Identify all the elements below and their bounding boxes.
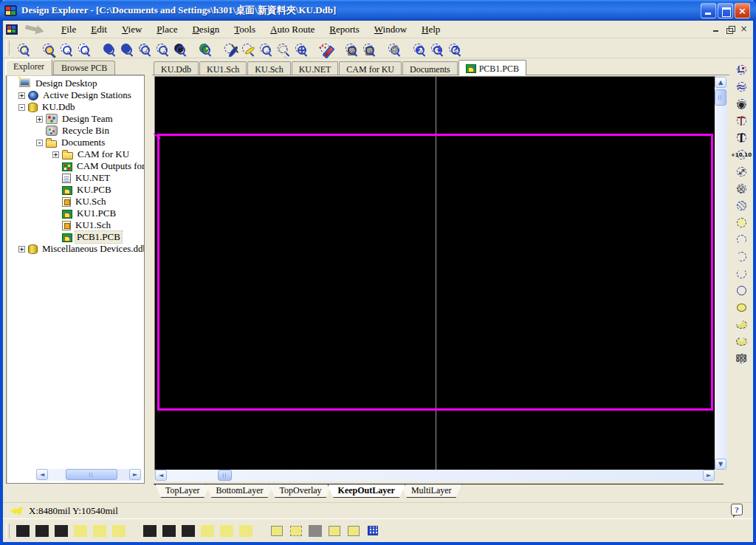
- toolbar-button[interactable]: [291, 40, 309, 57]
- toolbar-button[interactable]: [316, 40, 334, 57]
- placement-tool-button[interactable]: [732, 350, 751, 367]
- tree-horizontal-scrollbar[interactable]: ◄ ►: [36, 469, 141, 481]
- placement-tool-button[interactable]: [732, 265, 751, 282]
- mdi-close-button[interactable]: ×: [738, 24, 750, 35]
- toolbar-button[interactable]: [152, 40, 170, 57]
- placement-tool-button[interactable]: [732, 316, 751, 333]
- placement-tool-button[interactable]: [732, 197, 751, 214]
- scroll-left-icon[interactable]: ◄: [155, 470, 167, 481]
- mdi-restore-button[interactable]: [724, 24, 736, 35]
- tree-item[interactable]: Design Desktop: [7, 78, 144, 89]
- tree-toggle[interactable]: -: [36, 140, 43, 146]
- tree-item[interactable]: KU.PCB: [7, 184, 144, 196]
- tree-item[interactable]: CAM Outputs for KU: [7, 160, 144, 172]
- alignment-tool-button[interactable]: [267, 521, 286, 540]
- alignment-tool-button[interactable]: [179, 521, 198, 540]
- toolbar-button[interactable]: [238, 40, 255, 57]
- menu-item[interactable]: Place: [150, 22, 184, 37]
- panel-tab[interactable]: Browse PCB: [53, 61, 115, 75]
- scroll-left-icon[interactable]: ◄: [36, 469, 48, 480]
- scroll-down-icon[interactable]: ▼: [715, 459, 726, 470]
- menu-arrow-icon[interactable]: [24, 22, 45, 36]
- alignment-tool-button[interactable]: [71, 521, 90, 540]
- alignment-tool-button[interactable]: [217, 521, 236, 540]
- placement-tool-button[interactable]: [732, 78, 751, 95]
- layer-tab[interactable]: KeepOutLayer: [328, 484, 405, 498]
- document-tab[interactable]: KU1.Sch: [199, 61, 247, 75]
- scroll-right-icon[interactable]: ►: [129, 469, 141, 480]
- menu-item[interactable]: Reports: [323, 22, 365, 37]
- document-tab[interactable]: KU.Ddb: [154, 61, 199, 75]
- tree-toggle[interactable]: -: [18, 104, 25, 111]
- toolbar-button[interactable]: [117, 40, 134, 57]
- menu-item[interactable]: View: [115, 22, 148, 37]
- pcb-canvas[interactable]: [155, 77, 715, 470]
- maximize-button[interactable]: [718, 3, 733, 18]
- placement-tool-button[interactable]: [732, 282, 751, 299]
- tree-item[interactable]: PCB1.PCB: [7, 231, 144, 243]
- menu-item[interactable]: File: [55, 22, 83, 37]
- placement-tool-button[interactable]: [732, 299, 751, 316]
- menu-item[interactable]: Window: [368, 22, 413, 37]
- toolbar-button[interactable]: [427, 40, 444, 57]
- tree-item[interactable]: KU.NET: [7, 172, 144, 184]
- toolbar-button[interactable]: [359, 40, 377, 57]
- menu-item[interactable]: Help: [415, 22, 447, 37]
- alignment-tool-button[interactable]: [13, 521, 32, 540]
- alignment-tool-button[interactable]: [159, 521, 179, 540]
- alignment-tool-button[interactable]: [198, 521, 217, 540]
- tree-toggle[interactable]: +: [36, 116, 43, 123]
- close-button[interactable]: ×: [735, 3, 750, 18]
- menu-item[interactable]: Tools: [227, 22, 262, 37]
- tree-item[interactable]: KU1.PCB: [7, 208, 144, 219]
- alignment-tool-button[interactable]: [286, 521, 306, 540]
- document-tab[interactable]: KU.NET: [292, 61, 339, 75]
- alignment-tool-button[interactable]: [90, 521, 109, 540]
- tree-item[interactable]: - KU.Ddb: [7, 101, 144, 113]
- toolbar-button[interactable]: [38, 40, 56, 57]
- keepout-boundary[interactable]: [157, 134, 713, 411]
- app-icon[interactable]: [4, 5, 17, 16]
- scroll-up-icon[interactable]: ▲: [715, 77, 726, 88]
- toolbar-button[interactable]: [74, 40, 92, 57]
- alignment-tool-button[interactable]: [325, 521, 344, 540]
- placement-tool-button[interactable]: [732, 146, 751, 163]
- help-balloon-icon[interactable]: ?: [731, 504, 743, 515]
- scrollbar-thumb[interactable]: [218, 470, 232, 481]
- tree-item[interactable]: - Documents: [7, 137, 144, 148]
- toolbar-button[interactable]: [195, 40, 213, 57]
- tree-item[interactable]: + CAM for KU: [7, 148, 144, 160]
- placement-tool-button[interactable]: [732, 231, 751, 248]
- tree-item[interactable]: + Design Team: [7, 113, 144, 125]
- tree-item[interactable]: + Active Design Stations: [7, 89, 144, 101]
- tree-item[interactable]: + Miscellaneous Devices.ddb: [7, 243, 144, 255]
- mdi-minimize-button[interactable]: [709, 24, 722, 35]
- toolbar-button[interactable]: [384, 40, 402, 57]
- scrollbar-thumb[interactable]: [66, 469, 117, 480]
- menu-item[interactable]: Edit: [84, 22, 114, 37]
- placement-tool-button[interactable]: [732, 248, 751, 265]
- toolbar-button[interactable]: [56, 40, 74, 57]
- toolbar-button[interactable]: [255, 40, 273, 57]
- toolbar-button[interactable]: [170, 40, 188, 57]
- toolbar-button[interactable]: [134, 40, 152, 57]
- document-tab[interactable]: CAM for KU: [339, 61, 402, 75]
- placement-tool-button[interactable]: [732, 95, 751, 112]
- tree-toggle[interactable]: +: [52, 151, 59, 158]
- layer-tab[interactable]: TopOverlay: [269, 484, 331, 498]
- menu-item[interactable]: Auto Route: [264, 22, 321, 37]
- placement-tool-button[interactable]: [732, 112, 751, 129]
- toolbar-button[interactable]: [220, 40, 238, 57]
- alignment-tool-button[interactable]: [52, 521, 71, 540]
- document-tab[interactable]: Documents: [402, 61, 458, 75]
- placement-tool-button[interactable]: [732, 61, 751, 78]
- placement-tool-button[interactable]: [732, 129, 751, 146]
- placement-tool-button[interactable]: [732, 214, 751, 231]
- horizontal-scrollbar[interactable]: ◄ ►: [155, 470, 715, 481]
- scrollbar-thumb[interactable]: [715, 89, 726, 106]
- tree-item[interactable]: KU.Sch: [7, 196, 144, 208]
- toolbar-button[interactable]: [13, 40, 31, 57]
- tree-item[interactable]: KU1.Sch: [7, 219, 144, 231]
- alignment-tool-button[interactable]: [363, 521, 382, 540]
- document-tab[interactable]: KU.Sch: [247, 61, 290, 75]
